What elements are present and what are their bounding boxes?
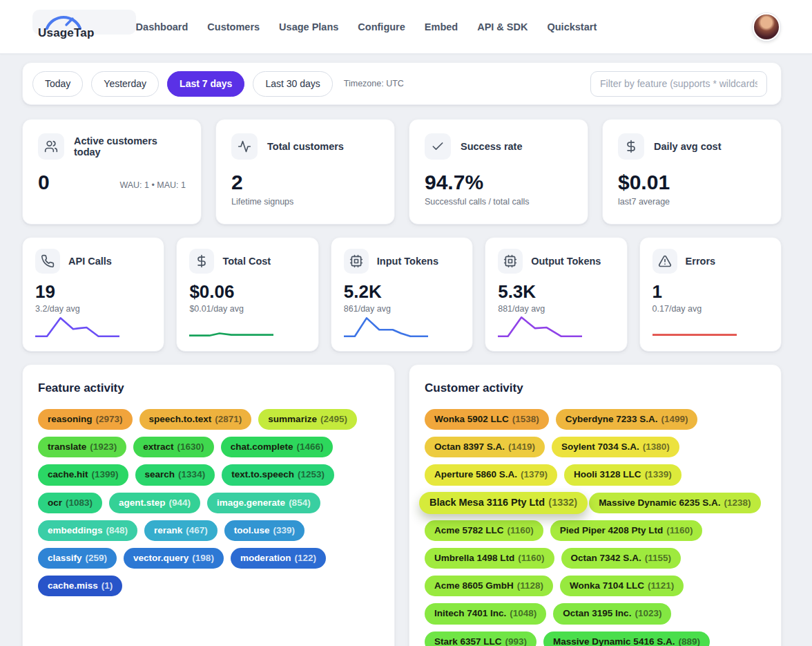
customer-tag-octan-3195-inc[interactable]: Octan 3195 Inc.(1023)	[553, 603, 671, 624]
nav-link-api-sdk[interactable]: API & SDK	[477, 21, 528, 32]
check-icon	[425, 133, 451, 160]
customer-tag-stark-6357-llc[interactable]: Stark 6357 LLC(993)	[425, 631, 536, 646]
customer-tag-hooli-3128-llc[interactable]: Hooli 3128 LLC(1339)	[564, 464, 682, 485]
activity-icon	[231, 133, 258, 160]
stat-value-row: 2	[231, 171, 379, 193]
tag-count: (2871)	[215, 414, 242, 425]
tag-count: (1160)	[518, 553, 544, 564]
customer-tag-massive-dynamic-6235-s-a[interactable]: Massive Dynamic 6235 S.A.(1238)	[589, 493, 760, 513]
feature-tag-classify[interactable]: classify(259)	[38, 548, 117, 569]
tag-count: (1238)	[724, 497, 751, 509]
feature-tag-text-to-speech[interactable]: text.to.speech(1253)	[222, 464, 334, 485]
feature-tag-translate[interactable]: translate(1923)	[38, 437, 126, 457]
feature-tag-search[interactable]: search(1334)	[135, 464, 215, 485]
filter-bar: TodayYesterdayLast 7 daysLast 30 days Ti…	[22, 62, 782, 105]
stat-card-active-customers-today: Active customers today0WAU: 1 • MAU: 1	[22, 119, 202, 225]
metric-card-api-calls: API Calls193.2/day avg	[22, 237, 164, 352]
customer-tag-octan-8397-s-a[interactable]: Octan 8397 S.A.(1419)	[425, 437, 545, 457]
sparkline-chart	[498, 314, 582, 340]
metric-card-header: API Calls	[35, 249, 151, 274]
brand-logo[interactable]: UsageTap	[38, 14, 95, 40]
metric-card-subtitle: $0.01/day avg	[189, 304, 305, 314]
nav-link-quickstart[interactable]: Quickstart	[547, 21, 597, 32]
tag-count: (1160)	[666, 525, 693, 536]
customer-tag-acme-5782-llc[interactable]: Acme 5782 LLC(1160)	[425, 520, 543, 541]
range-button-last-30-days[interactable]: Last 30 days	[253, 71, 332, 97]
feature-tag-vector-query[interactable]: vector.query(198)	[124, 548, 224, 569]
phone-icon	[35, 249, 60, 274]
tag-count: (1466)	[296, 441, 323, 453]
feature-tag-rerank[interactable]: rerank(467)	[144, 520, 218, 541]
sparkline-chart	[189, 314, 273, 340]
metric-card-input-tokens: Input Tokens5.2K861/day avg	[331, 237, 473, 352]
customer-tag-aperture-5860-s-a[interactable]: Aperture 5860 S.A.(1379)	[425, 464, 557, 485]
feature-tag-extract[interactable]: extract(1630)	[133, 437, 213, 457]
nav-link-customers[interactable]: Customers	[207, 21, 260, 32]
tag-label: Umbrella 1498 Ltd	[434, 553, 514, 564]
dollar-icon	[618, 133, 644, 160]
customer-tag-initech-7401-inc[interactable]: Initech 7401 Inc.(1048)	[425, 603, 546, 624]
tag-label: text.to.speech	[231, 469, 294, 480]
tag-count: (1253)	[298, 469, 325, 480]
stat-card-success-rate: Success rate94.7%Successful calls / tota…	[409, 119, 588, 225]
tag-label: Stark 6357 LLC	[434, 636, 502, 646]
range-button-today[interactable]: Today	[32, 71, 83, 97]
tag-count: (1923)	[90, 441, 117, 453]
customer-tag-wonka-7104-llc[interactable]: Wonka 7104 LLC(1121)	[560, 576, 684, 596]
feature-filter-input[interactable]	[590, 71, 767, 97]
feature-tag-cache-miss[interactable]: cache.miss(1)	[38, 576, 122, 596]
feature-tag-reasoning[interactable]: reasoning(2973)	[38, 409, 133, 430]
customer-tag-cyberdyne-7233-s-a[interactable]: Cyberdyne 7233 S.A.(1499)	[556, 409, 698, 430]
feature-tag-summarize[interactable]: summarize(2495)	[258, 409, 357, 430]
tag-count: (1630)	[177, 441, 204, 453]
customer-tag-massive-dynamic-5416-s-a[interactable]: Massive Dynamic 5416 S.A.(889)	[543, 631, 710, 646]
stat-card-header: Success rate	[425, 133, 572, 160]
feature-tag-agent-step[interactable]: agent.step(944)	[109, 493, 200, 513]
tag-label: cache.miss	[48, 580, 98, 591]
tag-label: tool.use	[234, 525, 270, 536]
tag-count: (1379)	[521, 469, 548, 480]
customer-tag-black-mesa-3116-pty-ltd[interactable]: Black Mesa 3116 Pty Ltd(1332)	[419, 492, 588, 514]
feature-tag-moderation[interactable]: moderation(122)	[231, 548, 326, 569]
tag-count: (1023)	[635, 608, 661, 619]
nav-link-dashboard[interactable]: Dashboard	[136, 21, 188, 32]
metric-card-value: 5.3K	[498, 282, 614, 302]
nav-link-configure[interactable]: Configure	[358, 21, 405, 32]
range-button-last-7-days[interactable]: Last 7 days	[167, 71, 244, 97]
metrics-grid: API Calls193.2/day avgTotal Cost$0.06$0.…	[22, 237, 782, 352]
tag-count: (467)	[186, 525, 208, 536]
customer-tag-wonka-5902-llc[interactable]: Wonka 5902 LLC(1538)	[425, 409, 549, 430]
user-avatar[interactable]	[753, 13, 780, 41]
customer-tag-umbrella-1498-ltd[interactable]: Umbrella 1498 Ltd(1160)	[425, 548, 554, 569]
tag-count: (1499)	[661, 414, 688, 425]
feature-tag-speech-to-text[interactable]: speech.to.text(2871)	[139, 409, 252, 430]
feature-tag-ocr[interactable]: ocr(1083)	[38, 493, 102, 513]
sparkline-chart	[344, 314, 428, 340]
tag-count: (1332)	[548, 497, 577, 509]
tag-label: translate	[48, 441, 86, 453]
tag-label: Wonka 5902 LLC	[434, 414, 509, 425]
customer-tag-pied-piper-4208-pty-ltd[interactable]: Pied Piper 4208 Pty Ltd(1160)	[550, 520, 703, 541]
nav-link-usage-plans[interactable]: Usage Plans	[279, 21, 338, 32]
feature-tag-embeddings[interactable]: embeddings(848)	[38, 520, 137, 541]
customer-tag-acme-8605-gmbh[interactable]: Acme 8605 GmbH(1128)	[425, 576, 553, 596]
tag-label: Cyberdyne 7233 S.A.	[566, 414, 658, 425]
tag-count: (1121)	[648, 580, 674, 591]
metric-card-header: Errors	[652, 249, 768, 274]
tag-count: (122)	[294, 553, 316, 564]
stat-card-title: Daily avg cost	[654, 141, 722, 152]
range-button-yesterday[interactable]: Yesterday	[91, 71, 159, 97]
tag-label: Aperture 5860 S.A.	[434, 469, 517, 480]
feature-tag-chat-complete[interactable]: chat.complete(1466)	[221, 437, 334, 457]
feature-tag-tool-use[interactable]: tool.use(339)	[224, 520, 304, 541]
metric-card-value: 19	[35, 282, 151, 302]
customer-tag-octan-7342-s-a[interactable]: Octan 7342 S.A.(1155)	[561, 548, 681, 569]
feature-tag-image-generate[interactable]: image.generate(854)	[207, 493, 320, 513]
nav-link-embed[interactable]: Embed	[425, 21, 458, 32]
tag-label: rerank	[154, 525, 182, 536]
cpu-icon	[344, 249, 369, 274]
tag-label: Octan 3195 Inc.	[563, 608, 631, 619]
feature-tag-cache-hit[interactable]: cache.hit(1399)	[38, 464, 128, 485]
customer-tag-soylent-7034-s-a[interactable]: Soylent 7034 S.A.(1380)	[552, 437, 679, 457]
tag-count: (198)	[192, 553, 214, 564]
